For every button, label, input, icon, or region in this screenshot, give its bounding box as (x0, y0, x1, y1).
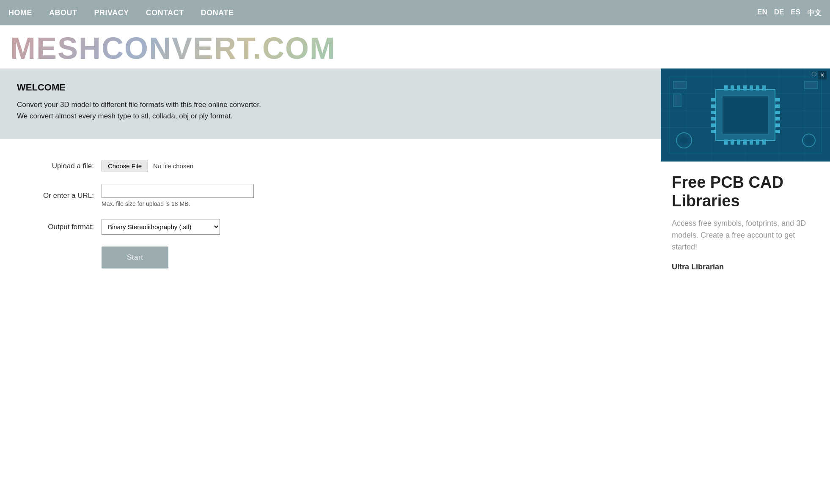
svg-rect-30 (711, 123, 716, 127)
svg-rect-29 (711, 117, 716, 121)
svg-rect-21 (737, 140, 740, 145)
start-button[interactable]: Start (102, 247, 168, 268)
lang-zh[interactable]: 中文 (807, 8, 822, 18)
svg-rect-23 (750, 140, 753, 145)
svg-point-44 (805, 137, 812, 144)
file-control: Choose File No file chosen (102, 160, 193, 172)
navbar: HOME ABOUT PRIVACY CONTACT DONATE EN DE … (0, 0, 830, 25)
form-section: Upload a file: Choose File No file chose… (0, 151, 661, 285)
svg-rect-28 (711, 111, 716, 114)
url-input[interactable] (102, 184, 254, 198)
svg-rect-37 (775, 130, 780, 133)
lang-en[interactable]: EN (757, 8, 767, 18)
svg-rect-20 (731, 140, 734, 145)
url-label: Or enter a URL: (17, 192, 102, 200)
ad-content: Free PCB CAD Libraries Access free symbo… (661, 162, 830, 280)
svg-rect-40 (805, 81, 817, 89)
lang-es[interactable]: ES (791, 8, 800, 18)
ad-info-icon[interactable]: ⓘ (812, 71, 816, 77)
welcome-section: WELCOME Convert your 3D model to differe… (0, 68, 661, 139)
svg-rect-25 (762, 140, 766, 145)
url-row: Or enter a URL: Max. file size for uploa… (17, 184, 644, 207)
svg-rect-31 (711, 130, 716, 133)
ad-description: Access free symbols, footprints, and 3D … (672, 218, 819, 253)
svg-rect-17 (756, 85, 759, 90)
svg-rect-14 (737, 85, 740, 90)
left-content: WELCOME Convert your 3D model to differe… (0, 68, 661, 285)
lang-de[interactable]: DE (774, 8, 784, 18)
output-label: Output format: (17, 223, 102, 231)
pcb-graphic (661, 68, 830, 162)
nav-privacy[interactable]: PRIVACY (94, 8, 129, 17)
nav-links: HOME ABOUT PRIVACY CONTACT DONATE (8, 8, 757, 17)
nav-home[interactable]: HOME (8, 8, 32, 17)
welcome-text: Convert your 3D model to different file … (17, 99, 313, 122)
svg-rect-39 (673, 94, 681, 107)
svg-rect-27 (711, 104, 716, 108)
ad-title: Free PCB CAD Libraries (672, 173, 819, 210)
format-row: Output format: Binary Stereolithography … (17, 219, 644, 235)
svg-rect-36 (775, 123, 780, 127)
svg-rect-15 (743, 85, 747, 90)
ad-close-button[interactable]: × (818, 71, 827, 79)
svg-rect-12 (724, 85, 728, 90)
svg-rect-38 (673, 81, 686, 89)
svg-rect-33 (775, 104, 780, 108)
svg-rect-13 (731, 85, 734, 90)
svg-rect-18 (762, 85, 766, 90)
svg-rect-32 (775, 98, 780, 101)
main-container: WELCOME Convert your 3D model to differe… (0, 68, 830, 285)
upload-label: Upload a file: (17, 162, 102, 170)
right-sidebar: ⓘ × Free PCB CAD Libraries Access free s… (661, 68, 830, 285)
nav-donate[interactable]: DONATE (201, 8, 234, 17)
ad-company: Ultra Librarian (672, 263, 819, 271)
ad-image: ⓘ × (661, 68, 830, 162)
nav-about[interactable]: ABOUT (49, 8, 77, 17)
format-select[interactable]: Binary Stereolithography (.stl)ASCII Ste… (102, 219, 220, 235)
svg-rect-19 (724, 140, 728, 145)
file-size-note: Max. file size for upload is 18 MB. (102, 200, 254, 207)
site-logo: MESHCONVERT.COM (10, 33, 336, 63)
welcome-title: WELCOME (17, 82, 644, 93)
svg-rect-26 (711, 98, 716, 101)
svg-rect-34 (775, 111, 780, 114)
svg-rect-11 (722, 96, 769, 134)
svg-rect-16 (750, 85, 753, 90)
choose-file-button[interactable]: Choose File (102, 160, 148, 172)
url-control: Max. file size for upload is 18 MB. (102, 184, 254, 207)
nav-contact[interactable]: CONTACT (146, 8, 184, 17)
svg-point-42 (680, 136, 688, 145)
language-switcher: EN DE ES 中文 (757, 8, 822, 18)
no-file-label: No file chosen (153, 162, 193, 170)
file-input-row: Choose File No file chosen (102, 160, 193, 172)
svg-rect-35 (775, 117, 780, 121)
format-control: Binary Stereolithography (.stl)ASCII Ste… (102, 219, 220, 235)
upload-row: Upload a file: Choose File No file chose… (17, 160, 644, 172)
svg-rect-22 (743, 140, 747, 145)
logo-area: MESHCONVERT.COM (0, 25, 830, 68)
svg-rect-24 (756, 140, 759, 145)
